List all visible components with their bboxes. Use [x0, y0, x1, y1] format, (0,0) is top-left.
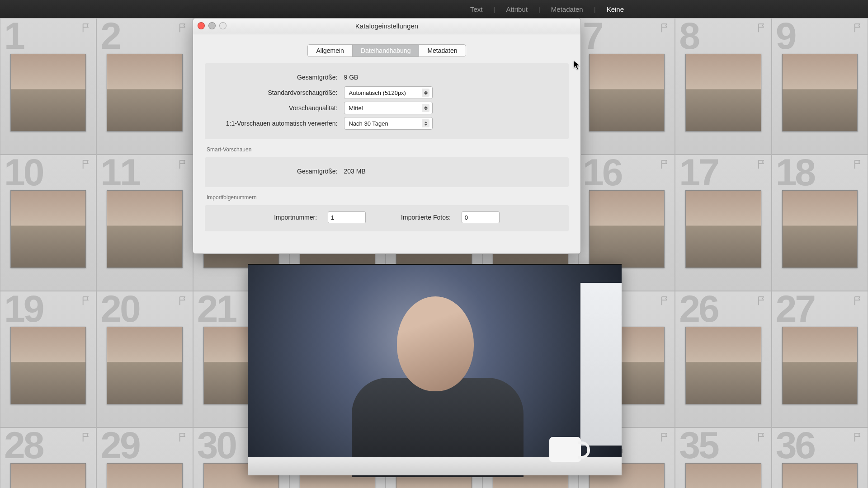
flag-icon[interactable]: [178, 23, 188, 33]
thumbnail-image[interactable]: [782, 190, 858, 268]
std-preview-size-value: Automatisch (5120px): [349, 89, 406, 96]
flag-icon[interactable]: [757, 432, 767, 442]
minimize-icon[interactable]: [208, 22, 216, 29]
discard-1to1-label: 1:1-Vorschauen automatisch verwerfen:: [214, 120, 338, 127]
filter-metadaten[interactable]: Metadaten: [551, 5, 583, 13]
chevron-updown-icon: [422, 119, 429, 127]
thumbnail-cell[interactable]: 9: [772, 18, 868, 155]
thumbnail-image[interactable]: [10, 190, 86, 268]
flag-icon[interactable]: [853, 23, 863, 33]
dialog-titlebar[interactable]: Katalogeinstellungen: [193, 19, 580, 34]
thumbnail-image[interactable]: [107, 54, 182, 131]
presenter-webcam-overlay: [248, 264, 622, 475]
monitor-edge: [580, 283, 622, 446]
separator: |: [493, 5, 495, 13]
thumbnail-cell[interactable]: 19: [0, 291, 96, 427]
thumbnail-image[interactable]: [10, 327, 86, 404]
thumbnail-image[interactable]: [685, 190, 761, 268]
thumbnail-cell[interactable]: 28: [0, 427, 96, 488]
tab-metadaten[interactable]: Metadaten: [419, 44, 466, 57]
flag-icon[interactable]: [853, 432, 863, 442]
thumbnail-image[interactable]: [685, 54, 761, 131]
cell-index: 19: [4, 287, 42, 331]
thumbnail-image[interactable]: [10, 54, 86, 131]
thumbnail-image[interactable]: [589, 54, 665, 131]
close-icon[interactable]: [198, 22, 205, 29]
flag-icon[interactable]: [853, 296, 863, 306]
thumbnail-cell[interactable]: 2: [96, 18, 193, 155]
flag-icon[interactable]: [853, 160, 863, 169]
flag-icon[interactable]: [660, 23, 670, 33]
thumbnail-image[interactable]: [685, 463, 761, 488]
cell-index: 30: [197, 423, 236, 467]
cell-index: 35: [679, 423, 717, 467]
thumbnail-cell[interactable]: 27: [772, 291, 868, 427]
dialog-tabs: AllgemeinDateihandhabungMetadaten: [205, 44, 569, 57]
thumbnail-cell[interactable]: 26: [675, 291, 771, 427]
flag-icon[interactable]: [178, 160, 188, 169]
filter-attribut[interactable]: Attribut: [506, 5, 528, 13]
thumbnail-image[interactable]: [107, 327, 182, 404]
thumbnail-image[interactable]: [107, 190, 182, 268]
thumbnail-cell[interactable]: 29: [96, 427, 193, 488]
std-preview-size-label: Standardvorschaugröße:: [214, 89, 338, 96]
flag-icon[interactable]: [660, 160, 670, 169]
cell-index: 7: [583, 14, 602, 58]
thumbnail-image[interactable]: [10, 463, 86, 488]
chevron-updown-icon: [422, 104, 429, 112]
import-numbers-section-label: Importfolgenummern: [207, 194, 569, 201]
flag-icon[interactable]: [81, 296, 91, 306]
tab-allgemein[interactable]: Allgemein: [307, 44, 352, 57]
flag-icon[interactable]: [178, 296, 188, 306]
preview-quality-label: Vorschauqualität:: [214, 104, 338, 112]
thumbnail-cell[interactable]: 36: [772, 427, 868, 488]
thumbnail-cell[interactable]: 1: [0, 18, 96, 155]
std-preview-size-select[interactable]: Automatisch (5120px): [344, 86, 433, 99]
cell-index: 10: [4, 150, 42, 194]
thumbnail-cell[interactable]: 11: [96, 155, 193, 291]
smart-previews-section-label: Smart-Vorschauen: [207, 146, 569, 153]
thumbnail-cell[interactable]: 7: [579, 18, 675, 155]
preview-quality-select[interactable]: Mittel: [344, 102, 433, 114]
discard-1to1-select[interactable]: Nach 30 Tagen: [344, 117, 433, 130]
cell-index: 8: [679, 14, 698, 58]
thumbnail-image[interactable]: [589, 190, 665, 268]
flag-icon[interactable]: [757, 296, 767, 306]
discard-1to1-value: Nach 30 Tagen: [349, 120, 388, 127]
flag-icon[interactable]: [757, 23, 767, 33]
thumbnail-image[interactable]: [782, 327, 858, 404]
import-numbers-panel: Importnummer: Importierte Fotos:: [205, 205, 569, 231]
tab-dateihandhabung[interactable]: Dateihandhabung: [352, 44, 419, 57]
cell-index: 17: [679, 150, 717, 194]
flag-icon[interactable]: [757, 160, 767, 169]
imported-photos-input[interactable]: [462, 211, 500, 223]
imported-photos-label: Importierte Fotos:: [401, 214, 451, 221]
thumbnail-cell[interactable]: 17: [675, 155, 771, 291]
flag-icon[interactable]: [81, 160, 91, 169]
thumbnail-cell[interactable]: 18: [772, 155, 868, 291]
thumbnail-cell[interactable]: 10: [0, 155, 96, 291]
thumbnail-cell[interactable]: 8: [675, 18, 771, 155]
flag-icon[interactable]: [81, 432, 91, 442]
import-number-input[interactable]: [328, 211, 366, 223]
thumbnail-image[interactable]: [685, 327, 761, 404]
thumbnail-image[interactable]: [782, 54, 858, 131]
filter-text[interactable]: Text: [470, 5, 483, 13]
thumbnail-image[interactable]: [782, 463, 858, 488]
flag-icon[interactable]: [81, 23, 91, 33]
cell-index: 26: [679, 287, 717, 331]
maximize-icon[interactable]: [219, 22, 226, 29]
previews-panel: Gesamtgröße: 9 GB Standardvorschaugröße:…: [205, 63, 569, 139]
thumbnail-cell[interactable]: 35: [675, 427, 771, 488]
app-topbar: Text|Attribut|Metadaten|Keine: [0, 0, 868, 19]
flag-icon[interactable]: [660, 432, 670, 442]
preview-quality-value: Mittel: [349, 105, 363, 112]
flag-icon[interactable]: [178, 432, 188, 442]
import-number-label: Importnummer:: [274, 214, 317, 221]
flag-icon[interactable]: [660, 296, 670, 306]
filter-keine[interactable]: Keine: [607, 5, 624, 13]
cell-index: 27: [776, 287, 814, 331]
thumbnail-image[interactable]: [107, 463, 182, 488]
thumbnail-cell[interactable]: 20: [96, 291, 193, 427]
cell-index: 9: [776, 14, 795, 58]
